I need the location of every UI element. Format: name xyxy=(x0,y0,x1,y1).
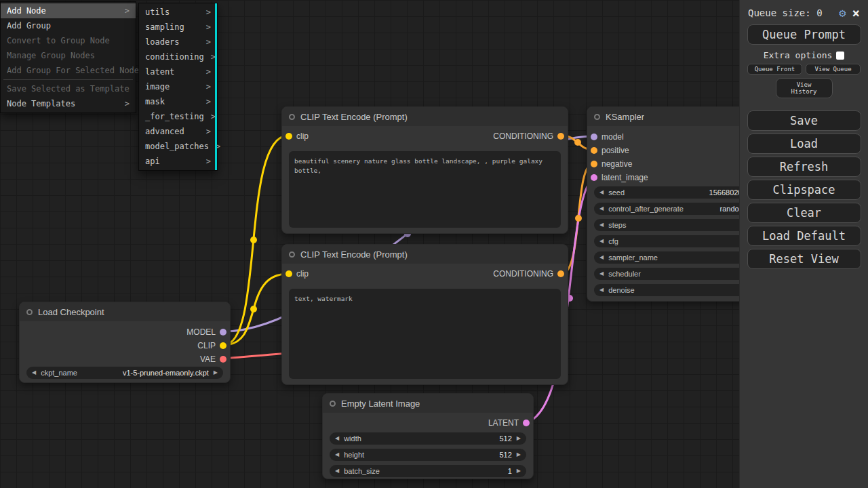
increment-arrow-icon[interactable]: ▶ xyxy=(517,449,521,461)
input-slot-latent-image[interactable]: latent_image xyxy=(591,171,648,184)
prev-option-arrow-icon[interactable]: ◀ xyxy=(32,367,36,379)
input-slot-clip[interactable]: clip xyxy=(285,267,309,281)
menu-item-node-templates[interactable]: Node Templates > xyxy=(1,96,136,111)
submenu-item-conditioning[interactable]: conditioning > xyxy=(139,49,217,64)
submenu-scrollbar[interactable] xyxy=(215,3,217,170)
decrement-arrow-icon[interactable]: ◀ xyxy=(599,203,604,215)
refresh-button[interactable]: Refresh xyxy=(747,157,861,177)
queue-actions-row: Queue Front View Queue xyxy=(740,64,868,75)
submenu-item-api[interactable]: api > xyxy=(139,154,217,169)
input-dot-latent-image[interactable] xyxy=(591,174,597,181)
collapse-dot-icon[interactable] xyxy=(330,401,336,407)
decrement-arrow-icon[interactable]: ◀ xyxy=(599,219,604,231)
submenu-arrow-icon: > xyxy=(206,79,211,94)
input-slot-negative[interactable]: negative xyxy=(591,157,632,171)
collapse-dot-icon[interactable] xyxy=(289,114,295,120)
wire-dot-clip-2 xyxy=(250,306,257,312)
close-icon[interactable]: × xyxy=(852,7,860,18)
menu-item-add-group[interactable]: Add Group xyxy=(1,18,136,33)
menu-separator xyxy=(3,79,133,80)
node-graph-canvas[interactable]: CLIP Text Encode (Prompt) clip CONDITION… xyxy=(0,0,868,488)
decrement-arrow-icon[interactable]: ◀ xyxy=(599,268,604,280)
menu-item-add-node[interactable]: Add Node > xyxy=(1,3,136,18)
decrement-arrow-icon[interactable]: ◀ xyxy=(335,432,339,445)
view-history-button[interactable]: View History xyxy=(776,78,833,98)
node-empty-latent-image[interactable]: Empty Latent Image LATENT ◀ width 512 ▶ … xyxy=(322,393,534,479)
node-clip-text-encode-1[interactable]: CLIP Text Encode (Prompt) clip CONDITION… xyxy=(281,106,568,234)
submenu-item-model-patches[interactable]: model_patches > xyxy=(139,139,217,154)
settings-gear-icon[interactable]: ⚙ xyxy=(839,6,846,20)
input-dot-clip[interactable] xyxy=(285,270,292,277)
next-option-arrow-icon[interactable]: ▶ xyxy=(214,367,218,379)
output-dot-model[interactable] xyxy=(220,329,226,336)
output-dot-vae[interactable] xyxy=(220,356,226,363)
queue-prompt-button[interactable]: Queue Prompt xyxy=(747,24,861,45)
collapse-dot-icon[interactable] xyxy=(289,251,295,258)
increment-arrow-icon[interactable]: ▶ xyxy=(517,432,521,445)
node-clip-text-encode-2[interactable]: CLIP Text Encode (Prompt) clip CONDITION… xyxy=(281,244,568,385)
input-dot-model[interactable] xyxy=(591,134,597,140)
decrement-arrow-icon[interactable]: ◀ xyxy=(599,284,604,296)
menu-item-label: image xyxy=(145,79,170,94)
output-slot-vae[interactable]: VAE xyxy=(200,352,226,366)
output-dot-clip[interactable] xyxy=(220,342,226,349)
load-default-button[interactable]: Load Default xyxy=(747,226,861,246)
output-dot-conditioning[interactable] xyxy=(557,270,564,277)
decrement-arrow-icon[interactable]: ◀ xyxy=(335,449,339,461)
submenu-item-sampling[interactable]: sampling > xyxy=(139,20,217,35)
output-dot-latent[interactable] xyxy=(523,420,530,426)
node-header[interactable]: Load Checkpoint xyxy=(20,302,230,321)
queue-front-button[interactable]: Queue Front xyxy=(747,64,802,75)
output-slot-conditioning[interactable]: CONDITIONING xyxy=(493,129,564,143)
widget-height[interactable]: ◀ height 512 ▶ xyxy=(330,449,526,461)
input-slot-model[interactable]: model xyxy=(591,130,624,144)
decrement-arrow-icon[interactable]: ◀ xyxy=(335,465,339,477)
view-queue-button[interactable]: View Queue xyxy=(806,64,861,75)
output-slot-conditioning[interactable]: CONDITIONING xyxy=(493,267,564,281)
output-slot-model[interactable]: MODEL xyxy=(186,325,226,339)
output-slot-clip[interactable]: CLIP xyxy=(197,339,226,352)
prompt-text-widget[interactable]: text, watermark xyxy=(289,289,561,379)
node-header[interactable]: CLIP Text Encode (Prompt) xyxy=(282,107,568,126)
submenu-item-advanced[interactable]: advanced > xyxy=(139,124,217,139)
widget-batch-size[interactable]: ◀ batch_size 1 ▶ xyxy=(330,465,526,477)
input-dot-clip[interactable] xyxy=(285,133,292,140)
widget-label: seed xyxy=(608,188,625,197)
node-load-checkpoint[interactable]: Load Checkpoint MODEL CLIP VAE ◀ ckpt_na… xyxy=(19,302,231,383)
input-dot-negative[interactable] xyxy=(591,161,597,167)
decrement-arrow-icon[interactable]: ◀ xyxy=(599,251,604,264)
output-dot-conditioning[interactable] xyxy=(557,133,564,140)
extra-options-checkbox[interactable] xyxy=(836,52,844,60)
collapse-dot-icon[interactable] xyxy=(26,309,33,315)
submenu-item-latent[interactable]: latent > xyxy=(139,64,217,79)
widget-value: v1-5-pruned-emaonly.ckpt xyxy=(123,369,209,377)
widget-value: 1 xyxy=(508,467,512,475)
widget-ckpt-name[interactable]: ◀ ckpt_name v1-5-pruned-emaonly.ckpt ▶ xyxy=(26,367,223,379)
comfy-menu-panel: Queue size: 0 ⚙ × Queue Prompt Extra opt… xyxy=(739,0,868,488)
submenu-item-image[interactable]: image > xyxy=(139,79,217,94)
submenu-item-mask[interactable]: mask > xyxy=(139,94,217,109)
increment-arrow-icon[interactable]: ▶ xyxy=(517,465,521,477)
input-slot-clip[interactable]: clip xyxy=(285,129,309,143)
output-slot-latent[interactable]: LATENT xyxy=(488,416,530,430)
input-slot-positive[interactable]: positive xyxy=(591,144,629,157)
wire-dot-conditioning-2 xyxy=(575,215,582,222)
prompt-text-widget[interactable]: beautiful scenery nature glass bottle la… xyxy=(289,151,561,228)
submenu-item-loaders[interactable]: loaders > xyxy=(139,35,217,49)
decrement-arrow-icon[interactable]: ◀ xyxy=(599,186,604,199)
load-button[interactable]: Load xyxy=(747,134,861,154)
submenu-item-for-testing[interactable]: _for_testing > xyxy=(139,109,217,124)
node-header[interactable]: CLIP Text Encode (Prompt) xyxy=(282,245,568,264)
collapse-dot-icon[interactable] xyxy=(594,114,600,120)
input-dot-positive[interactable] xyxy=(591,147,597,154)
node-header[interactable]: Empty Latent Image xyxy=(323,394,533,413)
menu-item-label: Add Group For Selected Nodes xyxy=(7,63,144,78)
reset-view-button[interactable]: Reset View xyxy=(747,249,861,269)
node-title: KSampler xyxy=(606,112,644,122)
clear-button[interactable]: Clear xyxy=(747,203,861,223)
save-button[interactable]: Save xyxy=(747,110,861,131)
widget-width[interactable]: ◀ width 512 ▶ xyxy=(330,432,526,445)
decrement-arrow-icon[interactable]: ◀ xyxy=(599,235,604,247)
clipspace-button[interactable]: Clipspace xyxy=(747,180,861,200)
submenu-item-utils[interactable]: utils > xyxy=(139,5,217,20)
